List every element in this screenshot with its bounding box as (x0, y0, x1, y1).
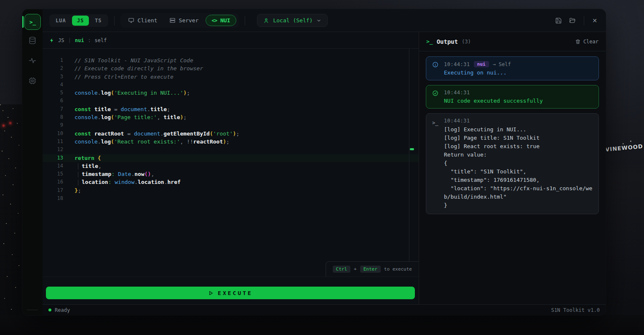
output-list: 10:44:31nui→ SelfExecuting on nui...10:4… (419, 51, 606, 219)
code-line: 9 (43, 121, 419, 129)
toolbar-divider (584, 16, 584, 25)
close-icon[interactable]: ✕ (592, 17, 597, 24)
terminal-prompt-icon: >_ (426, 38, 433, 45)
person-icon (263, 18, 269, 24)
editor-panel: JS | nui : self 1// S1N Toolkit - NUI Ja… (43, 32, 419, 304)
breadcrumb-environment: nui (75, 37, 84, 43)
code-line: 12 (43, 146, 419, 154)
target-nui-button[interactable]: <> NUI (206, 15, 237, 26)
tab-ts[interactable]: TS (90, 16, 107, 26)
monitor-icon (128, 17, 134, 24)
code-line: 13return { (43, 154, 419, 162)
code-line: 3// Press Ctrl+Enter to execute (43, 73, 419, 81)
toolbar: LUA JS TS Client Server <> NUI Local (Se… (43, 9, 606, 32)
keyboard-hint: Ctrl + Enter to execute (326, 261, 419, 277)
output-entry-log: >_10:44:31[log] Executing in NUI... [log… (426, 113, 599, 214)
enter-key: Enter (360, 266, 381, 273)
code-line: 8console.log('Page title:', title); (43, 113, 419, 121)
output-header: >_ Output (3) Clear (419, 32, 606, 51)
background-building (0, 104, 23, 335)
output-entry-info: 10:44:31nui→ SelfExecuting on nui... (426, 56, 599, 80)
server-icon (169, 17, 176, 24)
code-line: 1// S1N Toolkit - NUI JavaScript Code (43, 56, 419, 64)
execute-button[interactable]: EXECUTE (46, 287, 415, 299)
vinewood-lights (630, 141, 631, 142)
status-bar: Ready S1N Toolkit v1.0 (43, 304, 606, 315)
code-line: 10const reactRoot = document.getElementB… (43, 130, 419, 138)
tab-lua[interactable]: LUA (51, 16, 71, 26)
code-line: 4 (43, 81, 419, 89)
player-selector-label: Local (Self) (273, 17, 313, 24)
check-circle-icon (432, 90, 440, 104)
code-line: 6 (43, 97, 419, 105)
code-line: 15timestamp: Date.now(), (43, 170, 419, 178)
entry-timestamp: 10:44:31 (444, 61, 470, 67)
breadcrumb-language: JS (58, 37, 64, 43)
editor-scrollbar-thumb[interactable] (410, 148, 414, 150)
chevron-down-icon (316, 18, 321, 23)
sidebar: >_ (22, 9, 43, 315)
breadcrumb: JS | nui : self (43, 32, 419, 49)
console-log-text: [log] Executing in NUI... [log] Page tit… (444, 125, 593, 210)
target-client-button[interactable]: Client (123, 15, 163, 26)
player-selector-dropdown[interactable]: Local (Self) (257, 14, 328, 27)
terminal-logo-icon[interactable]: >_ (24, 14, 41, 30)
code-line: 2// Execute code directly in the browser (43, 64, 419, 72)
toolbar-divider (114, 16, 115, 25)
output-entry-success: 10:44:31NUI code executed successfully (426, 85, 599, 109)
code-line: 7const title = document.title; (43, 105, 419, 113)
output-panel: >_ Output (3) Clear 10:44:31nui→ SelfExe… (419, 32, 606, 304)
active-tab-indicator (22, 16, 24, 28)
breadcrumb-target: self (95, 37, 107, 43)
clear-output-button[interactable]: Clear (575, 39, 599, 45)
entry-target: → Self (493, 61, 511, 67)
entry-message: Executing on nui... (444, 69, 593, 76)
code-line: 11console.log('React root exists:', !!re… (43, 138, 419, 146)
background-red-light (9, 122, 11, 124)
code-line: 14title, (43, 162, 419, 170)
entry-timestamp: 10:44:31 (444, 118, 470, 124)
sidebar-divider (27, 310, 38, 310)
terminal-prompt-icon: >_ (432, 118, 440, 210)
execute-area: EXECUTE (43, 277, 419, 304)
cpu-icon[interactable] (28, 77, 37, 87)
entry-timestamp: 10:44:31 (444, 90, 470, 96)
trash-icon (575, 39, 581, 45)
code-line: 5console.log('Executing in NUI...'); (43, 89, 419, 97)
target-server-button[interactable]: Server (164, 15, 204, 26)
background-ground (0, 315, 644, 335)
env-badge: nui (474, 61, 489, 67)
language-switcher: LUA JS TS (49, 14, 108, 27)
ctrl-key: Ctrl (333, 266, 351, 273)
code-line: 16location: window.location.href (43, 178, 419, 186)
database-icon[interactable] (28, 36, 37, 46)
output-count: (3) (462, 39, 471, 45)
status-dot (48, 308, 51, 311)
s1n-toolkit-window: >_ LUA JS TS Client (22, 9, 606, 315)
code-icon: <> (212, 18, 217, 24)
code-lines: 1// S1N Toolkit - NUI JavaScript Code2//… (43, 49, 419, 202)
editor-scrollbar[interactable] (409, 49, 409, 277)
code-line: 18 (43, 194, 419, 202)
code-editor[interactable]: 1// S1N Toolkit - NUI JavaScript Code2//… (43, 49, 419, 277)
save-icon[interactable] (555, 17, 562, 24)
background-hill (604, 148, 644, 335)
entry-message: NUI code executed successfully (444, 98, 593, 104)
tab-js[interactable]: JS (72, 16, 89, 26)
activity-icon[interactable] (28, 56, 37, 66)
background-red-light (3, 125, 5, 127)
folder-open-icon[interactable] (569, 17, 576, 24)
target-switcher: Client Server <> NUI (120, 13, 239, 28)
info-circle-icon (432, 61, 440, 76)
code-line: 17}; (43, 186, 419, 194)
status-text: Ready (55, 307, 70, 313)
app-version: S1N Toolkit v1.0 (551, 307, 600, 313)
zap-icon (49, 38, 54, 43)
toolbar-divider (245, 16, 245, 25)
play-icon (208, 290, 214, 296)
output-title: Output (437, 38, 458, 45)
